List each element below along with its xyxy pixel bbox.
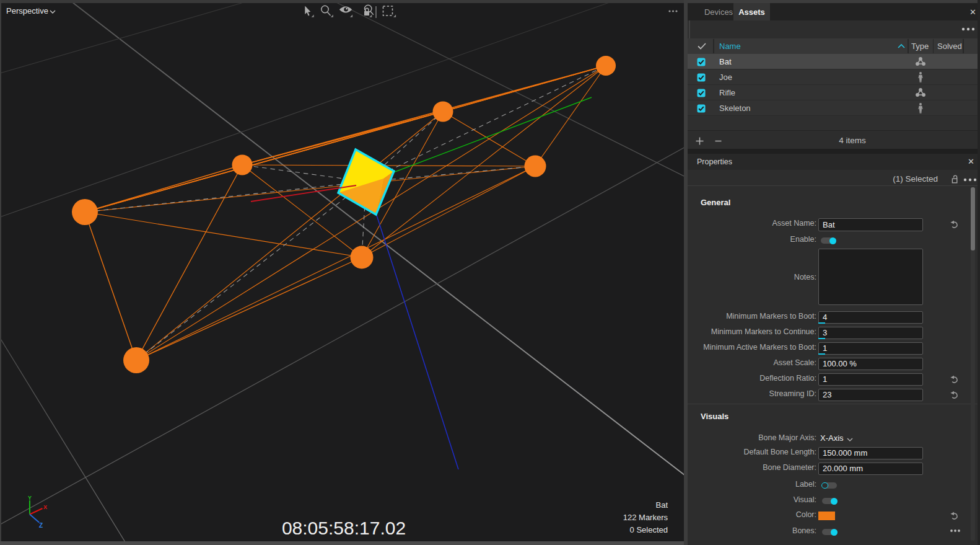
svg-text:X: X [43,504,47,510]
svg-text:Y: Y [28,495,32,501]
